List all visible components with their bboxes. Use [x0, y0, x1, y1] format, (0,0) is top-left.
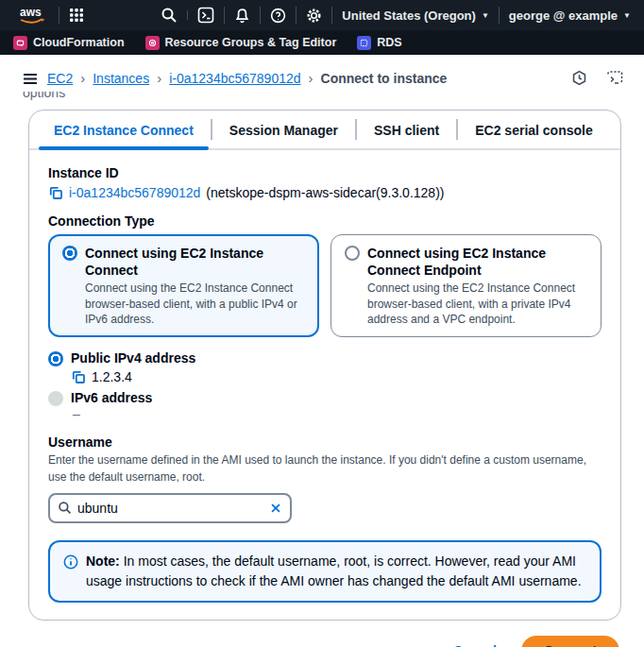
- help-icon[interactable]: [270, 8, 286, 24]
- chevron-down-icon: ▼: [623, 11, 631, 20]
- note-body: In most cases, the default username, roo…: [86, 553, 582, 588]
- search-icon: [58, 501, 72, 515]
- chevron-down-icon: ▼: [482, 11, 489, 20]
- favorites-bar: CloudFormation Resource Groups & Tag Edi…: [0, 30, 644, 55]
- username-input-wrapper: [48, 493, 292, 523]
- cloudshell-icon[interactable]: [197, 7, 214, 24]
- option-ec2-instance-connect-endpoint[interactable]: Connect using EC2 Instance Connect Endpo…: [330, 234, 602, 337]
- divider: [331, 7, 332, 24]
- instance-name-suffix: (netskope-dspm-aws-sidecar(9.3.0.128)): [206, 185, 444, 200]
- instance-id-link[interactable]: i-0a1234bc56789012d: [69, 185, 200, 200]
- favorite-cloudformation[interactable]: CloudFormation: [13, 36, 125, 50]
- connection-type-label: Connection Type: [48, 213, 602, 229]
- option-description: Connect using the EC2 Instance Connect b…: [85, 281, 305, 327]
- breadcrumb-current: Connect to instance: [321, 71, 448, 86]
- username-label: Username: [48, 434, 602, 450]
- radio-selected-icon: [62, 246, 77, 261]
- divider: [296, 7, 297, 24]
- breadcrumb-link-ec2[interactable]: EC2: [47, 71, 73, 86]
- breadcrumb-separator: ›: [157, 70, 161, 86]
- option-content: Connect using EC2 Instance Connect Conne…: [85, 245, 305, 327]
- resource-groups-icon: [145, 36, 160, 50]
- breadcrumb-row: EC2 › Instances › i-0a1234bc56789012d › …: [0, 55, 644, 92]
- public-ipv4-value-row: 1.2.3.4: [71, 369, 602, 384]
- menu-icon[interactable]: [23, 71, 38, 86]
- cloudformation-icon: [13, 36, 27, 50]
- breadcrumb-separator: ›: [80, 70, 85, 86]
- ipv6-value: –: [73, 406, 602, 421]
- apps-grid-icon[interactable]: [69, 8, 84, 23]
- region-selector[interactable]: United States (Oregon) ▼: [342, 9, 489, 23]
- public-ipv4-value: 1.2.3.4: [92, 369, 132, 384]
- divider: [260, 7, 261, 24]
- account-label: george @ example: [509, 9, 618, 23]
- tab-session-manager[interactable]: Session Manager: [212, 111, 355, 148]
- username-section: Username Enter the username defined in t…: [48, 434, 602, 523]
- note-alert: Note: In most cases, the default usernam…: [48, 540, 602, 603]
- note-prefix: Note:: [86, 553, 120, 569]
- top-navigation: aws: [0, 0, 644, 30]
- divider: [59, 7, 59, 24]
- aws-logo[interactable]: aws: [17, 5, 49, 26]
- tab-ec2-serial-console[interactable]: EC2 serial console: [458, 111, 610, 148]
- svg-text:aws: aws: [20, 6, 42, 19]
- breadcrumb-link-instances[interactable]: Instances: [93, 71, 149, 86]
- option-title: Connect using EC2 Instance Connect Endpo…: [367, 245, 587, 279]
- clipped-scroll-text: options: [0, 92, 644, 102]
- copy-icon[interactable]: [48, 185, 63, 200]
- connection-type-options: Connect using EC2 Instance Connect Conne…: [48, 234, 602, 337]
- connect-panel: EC2 Instance Connect Session Manager SSH…: [28, 110, 621, 621]
- info-icon: [63, 554, 78, 570]
- note-text: Note: In most cases, the default usernam…: [86, 552, 586, 591]
- notifications-icon[interactable]: [234, 8, 250, 24]
- cloudshell-panel-icon[interactable]: [606, 70, 623, 86]
- option-ec2-instance-connect[interactable]: Connect using EC2 Instance Connect Conne…: [48, 234, 319, 337]
- favorite-rds[interactable]: RDS: [357, 36, 401, 50]
- instance-id-label: Instance ID: [48, 165, 602, 180]
- ipv6-radio-row: IPv6 address: [48, 390, 602, 406]
- username-input[interactable]: [77, 501, 263, 516]
- ipv6-label: IPv6 address: [71, 390, 152, 405]
- favorite-label: CloudFormation: [33, 36, 125, 49]
- settings-icon[interactable]: [306, 8, 322, 24]
- history-icon[interactable]: [571, 70, 587, 86]
- tab-ssh-client[interactable]: SSH client: [357, 111, 456, 148]
- region-label: United States (Oregon): [342, 9, 476, 23]
- breadcrumb: EC2 › Instances › i-0a1234bc56789012d › …: [47, 70, 562, 86]
- public-ipv4-radio-row[interactable]: Public IPv4 address: [48, 350, 602, 366]
- public-ipv4-label: Public IPv4 address: [71, 350, 195, 366]
- option-description: Connect using the EC2 Instance Connect b…: [367, 281, 587, 327]
- favorite-label: RDS: [377, 36, 401, 49]
- breadcrumb-actions: [571, 70, 623, 86]
- radio-disabled-icon: [48, 391, 63, 406]
- tab-ec2-instance-connect[interactable]: EC2 Instance Connect: [37, 111, 211, 148]
- radio-unselected-icon: [345, 246, 360, 261]
- breadcrumb-separator: ›: [309, 70, 314, 86]
- breadcrumb-link-instance-id[interactable]: i-0a1234bc56789012d: [169, 71, 300, 86]
- instance-id-row: i-0a1234bc56789012d(netskope-dspm-aws-si…: [48, 185, 602, 200]
- username-description: Enter the username defined in the AMI us…: [48, 451, 602, 485]
- tab-content: Instance ID i-0a1234bc56789012d(netskope…: [29, 150, 620, 620]
- footer-actions: Cancel Connect: [0, 621, 644, 647]
- divider: [224, 7, 225, 24]
- aws-console-page: aws: [0, 0, 644, 647]
- rds-icon: [357, 36, 371, 50]
- divider: [187, 10, 188, 20]
- divider: [499, 7, 500, 24]
- option-content: Connect using EC2 Instance Connect Endpo…: [367, 245, 587, 327]
- radio-selected-icon: [48, 351, 63, 366]
- copy-icon[interactable]: [71, 369, 86, 384]
- option-title: Connect using EC2 Instance Connect: [85, 245, 305, 279]
- account-menu[interactable]: george @ example ▼: [509, 9, 631, 23]
- search-icon[interactable]: [161, 7, 178, 24]
- connect-button[interactable]: Connect: [521, 636, 619, 647]
- cancel-button[interactable]: Cancel: [453, 643, 497, 647]
- clear-icon[interactable]: [269, 502, 282, 515]
- favorite-resource-groups[interactable]: Resource Groups & Tag Editor: [145, 36, 337, 50]
- tab-bar: EC2 Instance Connect Session Manager SSH…: [29, 111, 620, 150]
- favorite-label: Resource Groups & Tag Editor: [165, 36, 337, 49]
